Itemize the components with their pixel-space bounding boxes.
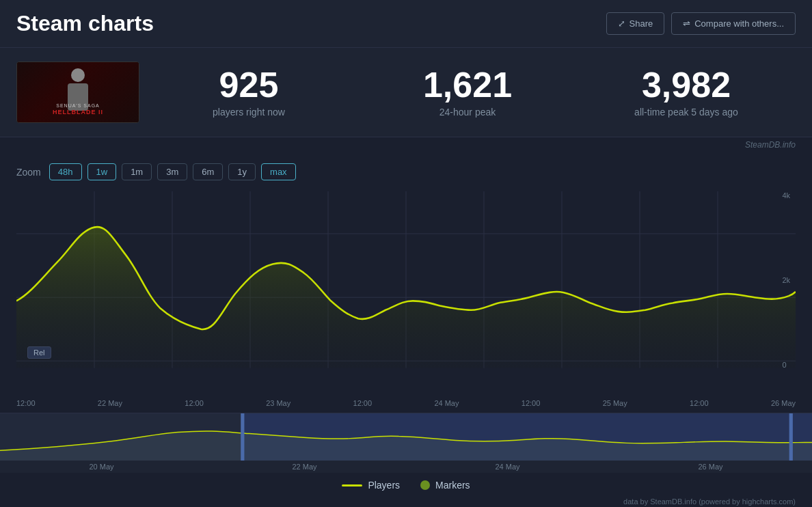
x-label-23may: 23 May bbox=[266, 399, 290, 407]
stat-current-label: players right now bbox=[153, 107, 344, 118]
stat-24h-label: 24-hour peak bbox=[372, 107, 563, 118]
zoom-1m-button[interactable]: 1m bbox=[122, 163, 152, 180]
page-title: Steam charts bbox=[16, 11, 154, 36]
zoom-label: Zoom bbox=[16, 167, 41, 178]
main-chart: 4k 2k 0 Rel bbox=[16, 191, 796, 396]
compare-button[interactable]: ⇌ Compare with others... bbox=[671, 12, 796, 35]
stat-current-players: 925 players right now bbox=[139, 67, 358, 118]
mini-x-20may: 20 May bbox=[89, 463, 113, 471]
x-label-1200b: 12:00 bbox=[185, 399, 204, 407]
main-chart-svg bbox=[16, 191, 796, 396]
x-axis-labels: 12:00 22 May 12:00 23 May 12:00 24 May 1… bbox=[16, 396, 796, 410]
chart-section: Zoom 48h 1w 1m 3m 6m 1y max bbox=[0, 152, 812, 410]
game-name-line1: Senua's Saga bbox=[17, 102, 139, 109]
game-title-overlay: Senua's Saga HELLBLADE II bbox=[17, 102, 139, 117]
zoom-max-button[interactable]: max bbox=[261, 163, 296, 180]
stat-alltime-label: all-time peak 5 days ago bbox=[591, 107, 782, 118]
mini-x-26may: 26 May bbox=[698, 463, 722, 471]
legend-markers-dot bbox=[420, 480, 430, 490]
svg-rect-16 bbox=[789, 413, 793, 461]
stat-alltime-peak: 3,982 all-time peak 5 days ago bbox=[577, 67, 796, 118]
share-button[interactable]: ⤢ Share bbox=[606, 12, 665, 35]
legend-markers: Markers bbox=[420, 480, 470, 491]
zoom-1y-button[interactable]: 1y bbox=[228, 163, 256, 180]
stats-bar: Senua's Saga HELLBLADE II 925 players ri… bbox=[0, 48, 812, 137]
x-label-25may: 25 May bbox=[603, 399, 627, 407]
footer-attribution: data by SteamDB.info (powered by highcha… bbox=[0, 493, 812, 507]
zoom-48h-button[interactable]: 48h bbox=[49, 163, 82, 180]
rel-badge: Rel bbox=[27, 346, 51, 359]
mini-x-22may: 22 May bbox=[292, 463, 316, 471]
steamdb-attribution: SteamDB.info bbox=[0, 137, 812, 152]
stat-24h-value: 1,621 bbox=[372, 67, 563, 102]
x-label-1200d: 12:00 bbox=[522, 399, 541, 407]
game-name-line2: HELLBLADE II bbox=[17, 109, 139, 117]
x-label-1200: 12:00 bbox=[16, 399, 36, 407]
x-label-1200e: 12:00 bbox=[690, 399, 709, 407]
mini-x-labels: 20 May 22 May 24 May 26 May bbox=[0, 461, 812, 473]
compare-icon: ⇌ bbox=[683, 18, 690, 29]
header-actions: ⤢ Share ⇌ Compare with others... bbox=[606, 12, 796, 35]
chart-legend: Players Markers bbox=[0, 473, 812, 493]
mini-chart bbox=[0, 413, 812, 461]
stat-current-value: 925 bbox=[153, 67, 344, 102]
share-icon: ⤢ bbox=[618, 18, 625, 29]
stat-24h-peak: 1,621 24-hour peak bbox=[358, 67, 577, 118]
legend-players: Players bbox=[342, 480, 400, 491]
x-label-24may: 24 May bbox=[434, 399, 459, 407]
svg-rect-15 bbox=[241, 413, 244, 461]
zoom-1w-button[interactable]: 1w bbox=[87, 163, 117, 180]
zoom-bar: Zoom 48h 1w 1m 3m 6m 1y max bbox=[16, 163, 796, 180]
stat-alltime-value: 3,982 bbox=[591, 67, 782, 102]
x-label-1200c: 12:00 bbox=[353, 399, 373, 407]
mini-x-24may: 24 May bbox=[495, 463, 519, 471]
game-thumbnail: Senua's Saga HELLBLADE II bbox=[16, 61, 139, 123]
x-label-22may: 22 May bbox=[98, 399, 122, 407]
legend-markers-label: Markers bbox=[435, 480, 470, 491]
legend-players-label: Players bbox=[368, 480, 400, 491]
legend-players-line bbox=[342, 484, 362, 487]
zoom-6m-button[interactable]: 6m bbox=[193, 163, 223, 180]
zoom-3m-button[interactable]: 3m bbox=[157, 163, 187, 180]
mini-chart-svg bbox=[0, 413, 812, 461]
x-label-26may: 26 May bbox=[771, 399, 796, 407]
header: Steam charts ⤢ Share ⇌ Compare with othe… bbox=[0, 0, 812, 48]
